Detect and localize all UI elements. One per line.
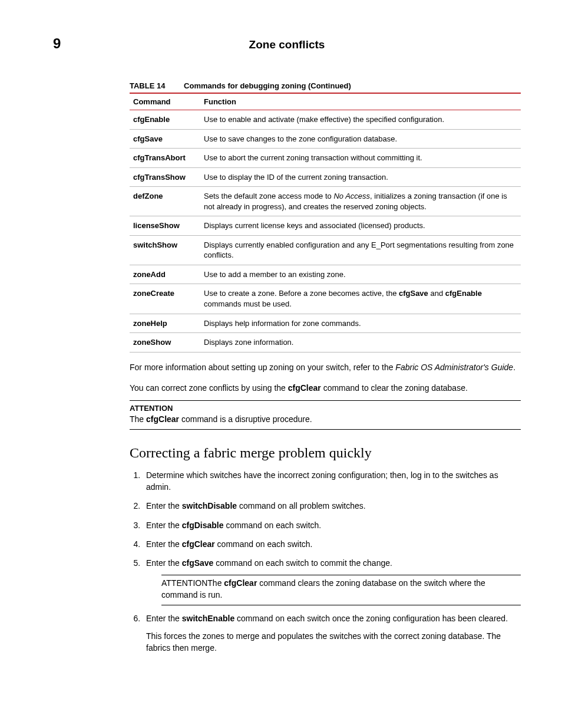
table-row: zoneHelpDisplays help information for zo…	[130, 314, 521, 333]
cell-function: Displays help information for zone comma…	[200, 314, 521, 333]
cell-command: cfgTransAbort	[130, 149, 200, 168]
table-row: cfgTransAbortUse to abort the current zo…	[130, 149, 521, 168]
cell-function: Sets the default zone access mode to No …	[200, 187, 521, 216]
cell-command: defZone	[130, 187, 200, 216]
content-area: TABLE 14 Commands for debugging zoning (…	[130, 81, 521, 654]
commands-table: Command Function cfgEnableUse to enable …	[130, 93, 521, 353]
section-heading: Correcting a fabric merge problem quickl…	[130, 445, 521, 461]
cell-function: Use to display the ID of the current zon…	[200, 167, 521, 187]
cell-function: Displays current license keys and associ…	[200, 216, 521, 236]
cell-function: Use to abort the current zoning transact…	[200, 149, 521, 168]
list-item: Enter the switchEnable command on each s…	[143, 612, 521, 654]
cell-function: Displays zone information.	[200, 333, 521, 353]
table-label: TABLE 14	[130, 81, 165, 90]
list-item: Enter the cfgDisable command on each swi…	[143, 519, 521, 531]
table-title: Commands for debugging zoning (Continued…	[184, 81, 351, 90]
table-row: cfgTransShowUse to display the ID of the…	[130, 167, 521, 187]
cell-function: Displays currently enabled configuration…	[200, 235, 521, 265]
cell-function: Use to create a zone. Before a zone beco…	[200, 284, 521, 314]
cell-command: cfgEnable	[130, 110, 200, 130]
table-row: switchShowDisplays currently enabled con…	[130, 235, 521, 265]
table-row: cfgEnableUse to enable and activate (mak…	[130, 110, 521, 130]
cell-function: Use to enable and activate (make effecti…	[200, 110, 521, 130]
cell-function: Use to add a member to an existing zone.	[200, 265, 521, 284]
step-extra: This forces the zones to merge and popul…	[146, 630, 521, 654]
attention-label: ATTENTION	[130, 403, 521, 414]
list-item: Enter the cfgClear command on each switc…	[143, 538, 521, 550]
table-row: zoneCreateUse to create a zone. Before a…	[130, 284, 521, 314]
chapter-number: 9	[53, 35, 130, 52]
table-row: zoneShowDisplays zone information.	[130, 333, 521, 353]
list-item: Determine which switches have the incorr…	[143, 469, 521, 493]
commands-tbody: cfgEnableUse to enable and activate (mak…	[130, 110, 521, 353]
cell-command: cfgSave	[130, 129, 200, 149]
cell-command: switchShow	[130, 235, 200, 265]
col-command: Command	[130, 93, 200, 110]
steps-list: Determine which switches have the incorr…	[130, 469, 521, 654]
table-row: cfgSaveUse to save changes to the zone c…	[130, 129, 521, 149]
cell-command: licenseShow	[130, 216, 200, 236]
cell-command: cfgTransShow	[130, 167, 200, 187]
para-cfgclear: You can correct zone conflicts by using …	[130, 383, 521, 394]
para-more-info: For more information about setting up zo…	[130, 362, 521, 374]
list-item: Enter the cfgSave command on each switch…	[143, 557, 521, 605]
attention-block: ATTENTION The cfgClear command is a disr…	[130, 400, 521, 430]
cell-command: zoneCreate	[130, 284, 200, 314]
attention-label: ATTENTION	[161, 578, 207, 588]
attention-body: The cfgClear command clears the zoning d…	[161, 578, 485, 599]
table-row: licenseShowDisplays current license keys…	[130, 216, 521, 236]
table-row: zoneAddUse to add a member to an existin…	[130, 265, 521, 284]
cell-command: zoneAdd	[130, 265, 200, 284]
page-title: Zone conflicts	[130, 38, 521, 51]
page: 9 Zone conflicts TABLE 14 Commands for d…	[0, 0, 562, 696]
col-function: Function	[200, 93, 521, 110]
cell-function: Use to save changes to the zone configur…	[200, 129, 521, 149]
attention-body: The cfgClear command is a disruptive pro…	[130, 414, 312, 424]
cell-command: zoneHelp	[130, 314, 200, 333]
attention-block: ATTENTIONThe cfgClear command clears the…	[161, 575, 521, 605]
list-item: Enter the switchDisable command on all p…	[143, 500, 521, 512]
table-caption: TABLE 14 Commands for debugging zoning (…	[130, 81, 521, 90]
cell-command: zoneShow	[130, 333, 200, 353]
page-header: 9 Zone conflicts	[53, 35, 521, 52]
table-row: defZoneSets the default zone access mode…	[130, 187, 521, 216]
